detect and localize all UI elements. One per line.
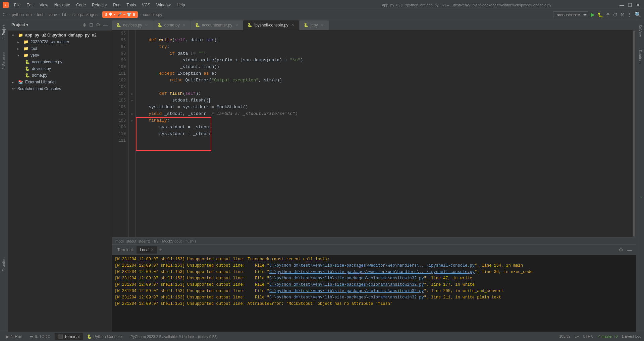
breadcrumb-bar: C: › python_dm › test › venv › Lib › sit… bbox=[0, 10, 644, 19]
status-event-log[interactable]: 1 Event Log bbox=[622, 334, 641, 339]
checkmark-icon[interactable]: ✓ bbox=[638, 194, 643, 201]
breadcrumb-func1: mock_stdout_stderr() bbox=[115, 239, 150, 243]
menu-navigate[interactable]: Navigate bbox=[52, 2, 73, 8]
menu-edit[interactable]: Edit bbox=[24, 2, 36, 8]
tree-item-tool[interactable]: ▸ 📁 tool bbox=[8, 45, 112, 52]
minimize-button[interactable]: — bbox=[619, 2, 625, 8]
debug-button[interactable]: 🐛 bbox=[597, 12, 603, 17]
bottom-tab-terminal[interactable]: ⬛ Terminal bbox=[55, 333, 83, 340]
tree-label-accountcenter: accountcenter.py bbox=[32, 60, 62, 64]
left-vertical-tabs: 1: Project 2: Structure Favorites bbox=[0, 19, 8, 332]
profile-button[interactable]: ⏱ bbox=[613, 12, 618, 17]
tree-item-root[interactable]: ▾ 📁 app_py_u2 C:\python_dm\app_py_u2 bbox=[8, 32, 112, 39]
breadcrumb-c[interactable]: C: bbox=[3, 12, 7, 17]
bottom-tab-run[interactable]: ▶ 4: Run bbox=[3, 333, 25, 340]
tab-project[interactable]: 1: Project bbox=[1, 22, 7, 42]
tab-label-devices: devices.py bbox=[123, 23, 142, 27]
ime-toolbar[interactable]: S中•🎤⌨👕⊞ bbox=[102, 11, 138, 18]
menu-tools[interactable]: Tools bbox=[124, 2, 139, 8]
breadcrumb-test[interactable]: test bbox=[37, 12, 43, 17]
project-collapse-button[interactable]: ⊟ bbox=[89, 21, 94, 28]
terminal-add-button[interactable]: + bbox=[157, 247, 164, 253]
main-layout: 1: Project 2: Structure Favorites Projec… bbox=[0, 19, 644, 332]
tree-item-accountcenter[interactable]: 🐍 accountcenter.py bbox=[8, 59, 112, 65]
tab-domepy[interactable]: 🐍 dome.py ✕ bbox=[153, 20, 191, 30]
tree-item-scratches[interactable]: ✏ Scratches and Consoles bbox=[8, 85, 112, 92]
tab-icon-jt: 🐍 bbox=[304, 23, 309, 27]
project-settings-button[interactable]: ⚙ bbox=[95, 21, 101, 28]
terminal-close-local[interactable]: ✕ bbox=[151, 248, 154, 252]
status-position[interactable]: 105:32 bbox=[559, 334, 571, 339]
menu-code[interactable]: Code bbox=[73, 2, 89, 8]
breadcrumb-sitepackages[interactable]: site-packages bbox=[72, 12, 97, 17]
breadcrumb-venv[interactable]: venv bbox=[48, 12, 57, 17]
terminal-content[interactable]: [W 231204 12:09:07 shell:153] Unsupporte… bbox=[112, 255, 636, 332]
right-vertical-tabs: SciView Database ✓ bbox=[636, 19, 644, 332]
breadcrumb-pythondm[interactable]: python_dm bbox=[12, 12, 32, 17]
terminal-tab-local[interactable]: Local ✕ bbox=[137, 246, 157, 254]
tree-item-venv[interactable]: ▾ 📁 venv bbox=[8, 52, 112, 59]
bottom-tab-pythonconsole[interactable]: 🐍 Python Console bbox=[84, 333, 125, 340]
terminal-line-3: [W 231204 12:09:07 shell:153] Unsupporte… bbox=[115, 269, 633, 275]
search-button[interactable]: 🔍 bbox=[635, 11, 641, 18]
tree-item-20220728[interactable]: ▸ 📁 20220728_wx-master bbox=[8, 39, 112, 45]
todo-tab-icon: ☰ bbox=[30, 334, 33, 339]
code-line-98: if data != "": bbox=[138, 50, 630, 57]
code-line-104: def flush(self): bbox=[138, 90, 630, 97]
project-panel: Project ▾ ⊕ ⊟ ⚙ — ▾ 📁 app_py_u2 C:\pytho… bbox=[8, 19, 112, 332]
close-button[interactable]: ✕ bbox=[635, 2, 641, 8]
build-button[interactable]: ⚒ bbox=[620, 12, 625, 17]
coverage-button[interactable]: ☂ bbox=[606, 12, 610, 17]
tab-close-dome[interactable]: ✕ bbox=[182, 23, 186, 27]
status-vcs[interactable]: ✓ master ↑0 bbox=[597, 334, 618, 339]
bottom-tab-todo[interactable]: ☰ 6: TODO bbox=[26, 333, 54, 340]
tab-database[interactable]: Database bbox=[637, 47, 643, 67]
terminal-hide-button[interactable]: — bbox=[626, 247, 633, 253]
more-actions-button[interactable]: ⋮ bbox=[627, 12, 632, 17]
menu-view[interactable]: View bbox=[37, 2, 51, 8]
tab-close-ipyshell[interactable]: ✕ bbox=[290, 23, 295, 27]
tab-close-jt[interactable]: ✕ bbox=[320, 23, 325, 27]
breadcrumb-lib[interactable]: Lib bbox=[62, 12, 67, 17]
editor-scrollbar[interactable] bbox=[633, 30, 636, 237]
tab-structure[interactable]: 2: Structure bbox=[1, 50, 7, 72]
update-notification[interactable]: PyCharm 2023.2.5 available: // Update...… bbox=[130, 335, 218, 339]
tab-close-accountcenter[interactable]: ✕ bbox=[234, 23, 239, 27]
code-line-110: sys.stderr = _stderr bbox=[138, 131, 630, 137]
code-editor[interactable]: 95 96 97 98 99 100 101 102 103 104 105 1… bbox=[112, 30, 636, 237]
menu-run[interactable]: Run bbox=[110, 2, 123, 8]
tree-item-external-libs[interactable]: ▸ 📚 External Libraries bbox=[8, 79, 112, 85]
tab-ipyshell[interactable]: 🐍 ipyshell-console.py ✕ bbox=[243, 20, 299, 30]
file-icon-devices: 🐍 bbox=[25, 66, 30, 71]
menu-file[interactable]: File bbox=[11, 2, 23, 8]
tab-close-devices[interactable]: ✕ bbox=[144, 23, 149, 27]
run-button[interactable]: ▶ bbox=[591, 11, 595, 18]
tree-item-dome[interactable]: 🐍 dome.py bbox=[8, 72, 112, 79]
tab-accountcenterpy[interactable]: 🐍 accountcenter.py ✕ bbox=[191, 20, 244, 30]
breadcrumb-consolepy[interactable]: console.py bbox=[143, 12, 162, 17]
tree-item-devices[interactable]: 🐍 devices.py bbox=[8, 65, 112, 72]
tab-favorites[interactable]: Favorites bbox=[1, 255, 7, 274]
breadcrumb-try: try bbox=[154, 239, 158, 243]
status-utf8[interactable]: UTF-8 bbox=[583, 334, 593, 339]
terminal-settings-button[interactable]: ⚙ bbox=[618, 247, 625, 253]
project-hide-button[interactable]: — bbox=[102, 21, 108, 28]
code-content[interactable]: def write(self, data: str): try: if data… bbox=[136, 30, 633, 237]
tree-label-tool: tool bbox=[31, 46, 37, 51]
terminal-line-2: [W 231204 12:09:07 shell:153] Unsupporte… bbox=[115, 263, 633, 269]
menu-refactor[interactable]: Refactor bbox=[89, 2, 110, 8]
terminal-actions: ⚙ — bbox=[618, 247, 633, 253]
menu-help[interactable]: Help bbox=[174, 2, 188, 8]
menu-window[interactable]: Window bbox=[154, 2, 173, 8]
project-add-button[interactable]: ⊕ bbox=[82, 21, 87, 28]
bottom-bar: ▶ 4: Run ☰ 6: TODO ⬛ Terminal 🐍 Python C… bbox=[0, 332, 644, 341]
tab-devicespy[interactable]: 🐍 devices.py ✕ bbox=[112, 20, 153, 30]
tree-label-dome: dome.py bbox=[32, 73, 47, 78]
app-logo: ✦ bbox=[3, 2, 9, 8]
tab-jtpy[interactable]: 🐍 jt.py ✕ bbox=[300, 20, 329, 30]
tab-sciview[interactable]: SciView bbox=[637, 22, 643, 39]
run-config-select[interactable]: accountcenter bbox=[553, 11, 588, 18]
status-lf[interactable]: LF bbox=[575, 334, 579, 339]
menu-vcs[interactable]: VCS bbox=[139, 2, 153, 8]
maximize-button[interactable]: ❐ bbox=[627, 2, 633, 8]
